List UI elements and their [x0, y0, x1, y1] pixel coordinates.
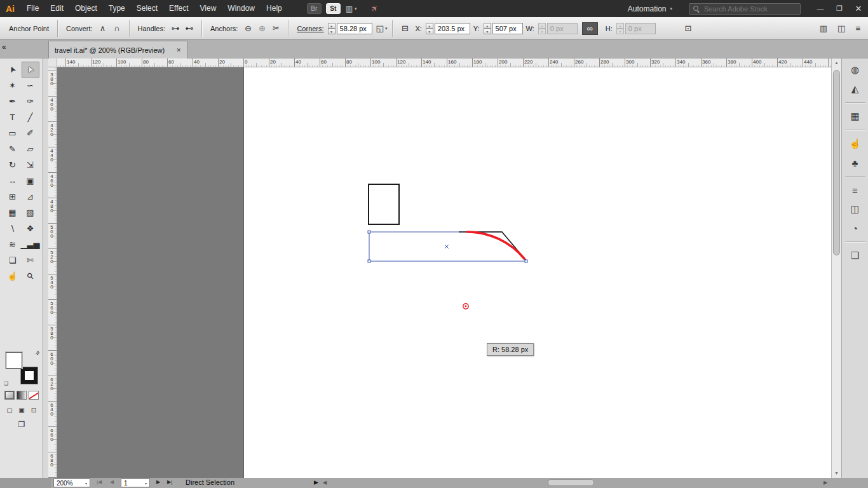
- rotate-tool[interactable]: ↻: [4, 157, 22, 173]
- stock-search-box[interactable]: [689, 3, 801, 15]
- previous-artboard-button[interactable]: ◀: [110, 479, 114, 485]
- x-stepper[interactable]: ▲▼: [426, 23, 433, 34]
- scroll-left-icon[interactable]: ◀: [323, 480, 327, 485]
- draw-normal-button[interactable]: ▢: [4, 405, 15, 414]
- control-panel-menu-icon[interactable]: ≡: [855, 24, 860, 33]
- stroke-panel-icon[interactable]: ≡: [844, 182, 866, 198]
- y-input[interactable]: [492, 23, 523, 34]
- horizontal-ruler[interactable]: 1401201008060402002040608010012014016018…: [57, 58, 831, 67]
- show-handles-button[interactable]: ⊶: [168, 22, 182, 35]
- x-input[interactable]: [435, 23, 470, 34]
- anchor-point[interactable]: [368, 231, 370, 233]
- column-graph-tool[interactable]: ▁▃▅: [22, 236, 39, 252]
- paintbrush-tool[interactable]: ✐: [22, 125, 39, 141]
- blend-tool[interactable]: ❖: [22, 220, 39, 236]
- menu-edit[interactable]: Edit: [44, 0, 69, 17]
- gpu-performance-icon[interactable]: ✈: [369, 3, 380, 14]
- gradient-button[interactable]: [17, 391, 27, 400]
- anchor-point[interactable]: [368, 260, 370, 262]
- symbol-sprayer-tool[interactable]: ≋: [4, 236, 22, 252]
- canvas-area[interactable]: R: 58.28 px: [57, 67, 831, 478]
- horizontal-scrollbar-thumb[interactable]: [548, 479, 594, 486]
- restore-button[interactable]: ❐: [830, 0, 849, 17]
- menu-view[interactable]: View: [194, 0, 222, 17]
- first-artboard-button[interactable]: |◀: [97, 479, 102, 485]
- menu-effect[interactable]: Effect: [163, 0, 194, 17]
- minimize-button[interactable]: —: [811, 0, 830, 17]
- rectangle-tool[interactable]: ▭: [4, 125, 22, 141]
- line-segment-tool[interactable]: ╱: [22, 109, 39, 125]
- corners-radius-input[interactable]: [337, 23, 372, 34]
- hide-handles-button[interactable]: ⊷: [182, 22, 196, 35]
- bridge-button[interactable]: Br: [307, 3, 322, 14]
- tab-close-icon[interactable]: ✕: [176, 47, 181, 53]
- appearance-panel-icon[interactable]: ◫: [844, 201, 866, 217]
- magic-wand-tool[interactable]: ✶: [4, 78, 22, 93]
- zoom-dropdown[interactable]: 200% ▾: [53, 478, 90, 487]
- mesh-tool[interactable]: ▦: [4, 205, 22, 220]
- constrain-proportions-button[interactable]: ∞: [582, 22, 598, 35]
- anchor-display-icon[interactable]: ⊟: [398, 22, 412, 35]
- transform-icon[interactable]: ⊡: [681, 22, 695, 35]
- color-guide-panel-icon[interactable]: ◭: [844, 81, 866, 97]
- curvature-tool[interactable]: ✑: [22, 93, 39, 109]
- change-screen-mode-button[interactable]: ❐: [11, 419, 32, 430]
- hand-tool[interactable]: ☝: [4, 268, 22, 284]
- corners-link[interactable]: Corners:: [297, 25, 323, 32]
- type-tool[interactable]: T: [4, 109, 22, 125]
- workspace-grid-icon[interactable]: ▥: [820, 24, 827, 33]
- free-transform-tool[interactable]: ▣: [22, 173, 39, 189]
- none-button[interactable]: [29, 391, 39, 400]
- shape-builder-tool[interactable]: ⊞: [4, 189, 22, 205]
- stepper-down-icon[interactable]: ▼: [328, 29, 336, 34]
- connect-anchor-button[interactable]: ⊕: [255, 22, 269, 35]
- selection-tool[interactable]: ➤: [4, 62, 22, 78]
- gradient-tool[interactable]: ▧: [22, 205, 39, 220]
- color-themes-panel-icon[interactable]: ◍: [844, 62, 866, 78]
- status-expand-icon[interactable]: ▶: [314, 479, 318, 485]
- fill-color-swatch[interactable]: [6, 352, 22, 369]
- ruler-corner[interactable]: [48, 58, 57, 67]
- symbols-panel-icon[interactable]: ♣: [844, 154, 866, 171]
- selected-shape-outline[interactable]: [369, 232, 526, 261]
- scroll-up-icon[interactable]: ▲: [832, 58, 841, 67]
- convert-to-corner-button[interactable]: ∧: [96, 22, 110, 35]
- y-stepper[interactable]: ▲▼: [484, 23, 491, 34]
- asset-export-panel-icon[interactable]: ❏: [844, 247, 866, 264]
- eyedropper-tool[interactable]: ∖: [4, 220, 22, 236]
- swap-fill-stroke-icon[interactable]: ⇄: [34, 349, 41, 356]
- corners-stepper[interactable]: ▲▼: [328, 23, 336, 34]
- menu-help[interactable]: Help: [261, 0, 288, 17]
- direct-selection-tool[interactable]: ➤: [22, 62, 39, 78]
- toolbar-collapse-icon[interactable]: «: [2, 43, 6, 51]
- corner-type-dropdown[interactable]: ◱ ▾: [376, 24, 388, 33]
- zoom-tool[interactable]: ⚲: [22, 268, 39, 284]
- stepper-down-icon[interactable]: ▼: [426, 29, 433, 34]
- anchor-point[interactable]: [525, 260, 527, 262]
- menu-window[interactable]: Window: [222, 0, 261, 17]
- stepper-up-icon[interactable]: ▲: [484, 23, 491, 29]
- next-artboard-button[interactable]: ▶: [156, 479, 160, 485]
- artboard-tool[interactable]: ❏: [4, 252, 22, 268]
- brushes-panel-icon[interactable]: ☝: [844, 135, 866, 152]
- color-button[interactable]: [4, 391, 15, 400]
- remove-anchor-button[interactable]: ⊖: [241, 22, 255, 35]
- stroke-color-swatch[interactable]: [21, 367, 37, 384]
- slice-tool[interactable]: ✄: [22, 252, 39, 268]
- eraser-tool[interactable]: ▱: [22, 141, 39, 157]
- menu-object[interactable]: Object: [69, 0, 103, 17]
- menu-file[interactable]: File: [21, 0, 44, 17]
- vertical-scrollbar[interactable]: ▲ ▼: [831, 58, 841, 478]
- swatches-panel-icon[interactable]: ▦: [844, 108, 866, 125]
- document-tab[interactable]: travel it.ai* @ 200% (RGB/Preview) ✕: [48, 41, 187, 58]
- draw-behind-button[interactable]: ▣: [17, 405, 27, 414]
- default-fill-stroke-icon[interactable]: ❏: [4, 381, 8, 386]
- pencil-tool[interactable]: ✎: [4, 141, 22, 157]
- menu-type[interactable]: Type: [103, 0, 131, 17]
- close-button[interactable]: ✕: [849, 0, 868, 17]
- adobe-stock-button[interactable]: St: [326, 3, 341, 14]
- arrange-documents-button[interactable]: ▥ ▾: [346, 4, 357, 13]
- perspective-grid-tool[interactable]: ⊿: [22, 189, 39, 205]
- search-input[interactable]: [703, 4, 796, 13]
- width-tool[interactable]: ↔: [4, 173, 22, 189]
